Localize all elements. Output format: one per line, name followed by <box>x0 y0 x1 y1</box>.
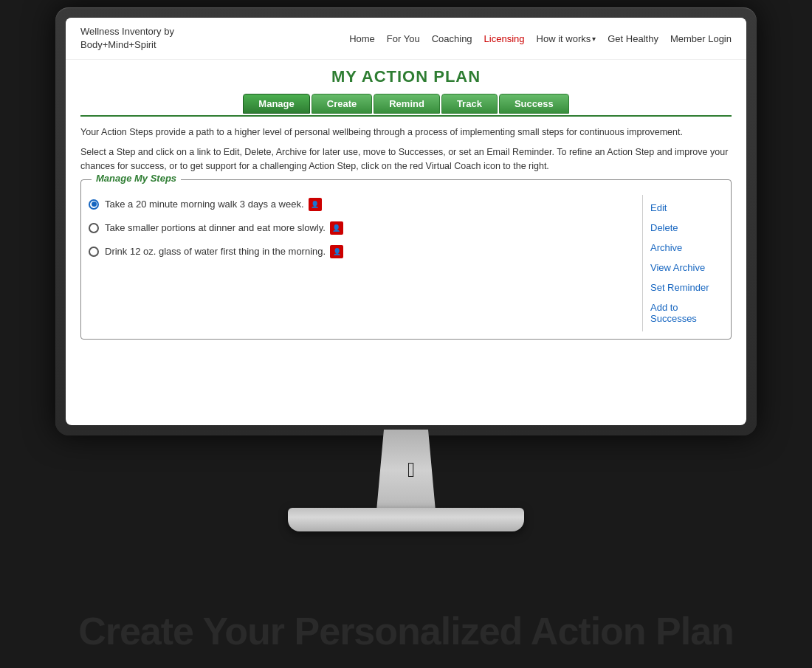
manage-steps-box: Manage My Steps Take a 20 minute morning… <box>80 179 732 340</box>
manage-box-inner: Take a 20 minute morning walk 3 days a w… <box>81 180 731 339</box>
actions-sidebar: Edit Delete Archive View Archive Set Rem… <box>642 195 723 331</box>
site-header: Wellness Inventory by Body+Mind+Spirit H… <box>66 18 746 60</box>
nav-for-you[interactable]: For You <box>387 33 420 44</box>
page-title: MY ACTION PLAN <box>80 67 732 86</box>
step-2-text: Take smaller portions at dinner and eat … <box>105 222 326 233</box>
step-3-text: Drink 12 oz. glass of water first thing … <box>105 246 326 257</box>
monitor-bezel: Wellness Inventory by Body+Mind+Spirit H… <box>66 18 746 425</box>
radio-step-2[interactable] <box>89 223 99 233</box>
site-logo: Wellness Inventory by Body+Mind+Spirit <box>80 25 174 52</box>
action-delete[interactable]: Delete <box>650 222 716 233</box>
apple-logo-icon:  <box>401 458 422 483</box>
site-nav: Home For You Coaching Licensing How it w… <box>349 33 732 44</box>
coach-icon-2[interactable] <box>330 221 343 235</box>
tab-remind[interactable]: Remind <box>374 94 440 114</box>
tab-track[interactable]: Track <box>441 94 498 114</box>
action-set-reminder[interactable]: Set Reminder <box>650 282 716 293</box>
bottom-tagline: Create Your Personalized Action Plan <box>0 609 812 653</box>
tab-manage[interactable]: Manage <box>243 94 309 114</box>
description-1: Your Action Steps provide a path to a hi… <box>80 125 732 140</box>
nav-licensing[interactable]: Licensing <box>484 33 525 44</box>
nav-home[interactable]: Home <box>349 33 375 44</box>
coach-icon-3[interactable] <box>330 245 343 258</box>
monitor-shell: Wellness Inventory by Body+Mind+Spirit H… <box>55 7 757 435</box>
screen: Wellness Inventory by Body+Mind+Spirit H… <box>66 18 746 425</box>
action-view-archive[interactable]: View Archive <box>650 262 716 273</box>
action-archive[interactable]: Archive <box>650 242 716 253</box>
main-content: MY ACTION PLAN Manage Create Remind Trac… <box>66 60 746 346</box>
radio-step-1[interactable] <box>89 199 99 210</box>
manage-legend: Manage My Steps <box>92 173 181 184</box>
list-item[interactable]: Drink 12 oz. glass of water first thing … <box>89 245 642 258</box>
nav-get-healthy[interactable]: Get Healthy <box>608 33 658 44</box>
tab-bar: Manage Create Remind Track Success <box>80 94 732 117</box>
nav-how-it-works[interactable]: How it works ▾ <box>537 33 596 44</box>
action-add-successes[interactable]: Add to Successes <box>650 302 716 324</box>
coach-icon-1[interactable] <box>309 198 322 211</box>
action-edit[interactable]: Edit <box>650 202 716 213</box>
nav-member-login[interactable]: Member Login <box>670 33 732 44</box>
radio-step-3[interactable] <box>89 247 99 257</box>
steps-list: Take a 20 minute morning walk 3 days a w… <box>89 195 642 331</box>
tab-create[interactable]: Create <box>312 94 372 114</box>
step-1-text: Take a 20 minute morning walk 3 days a w… <box>105 199 304 210</box>
list-item[interactable]: Take a 20 minute morning walk 3 days a w… <box>89 198 642 211</box>
nav-coaching[interactable]: Coaching <box>432 33 472 44</box>
description-2: Select a Step and click on a link to Edi… <box>80 145 732 173</box>
chevron-down-icon: ▾ <box>592 35 596 43</box>
tab-success[interactable]: Success <box>499 94 569 114</box>
list-item[interactable]: Take smaller portions at dinner and eat … <box>89 221 642 235</box>
monitor-base <box>288 508 524 531</box>
